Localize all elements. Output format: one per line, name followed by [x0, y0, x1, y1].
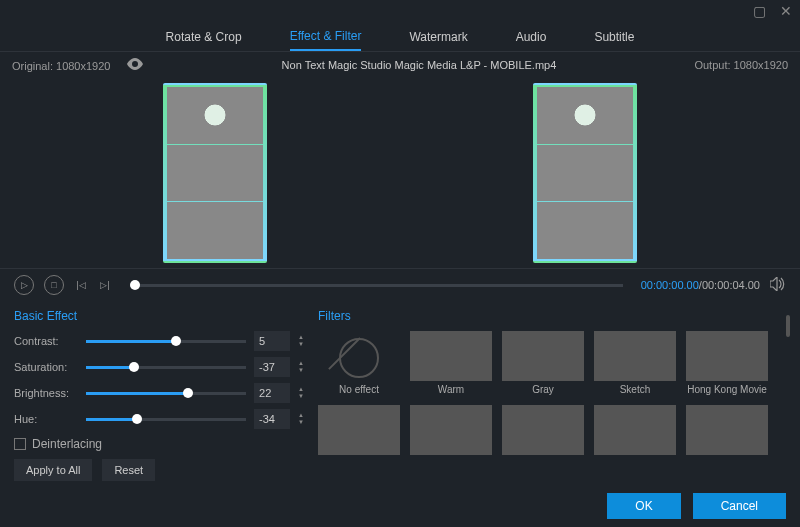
preview-area [0, 78, 800, 268]
slider-3[interactable] [86, 418, 246, 421]
slider-value-3[interactable]: -34 [254, 409, 290, 429]
basic-effect-title: Basic Effect [14, 309, 304, 323]
slider-1[interactable] [86, 366, 246, 369]
ok-button[interactable]: OK [607, 493, 680, 519]
slider-label-0: Contrast: [14, 335, 78, 347]
stop-button[interactable]: □ [44, 275, 64, 295]
slider-2[interactable] [86, 392, 246, 395]
tab-audio[interactable]: Audio [516, 24, 547, 50]
filter-label: Hong Kong Movie [687, 384, 767, 395]
filter-row2-0[interactable] [318, 405, 400, 455]
filters-scrollbar[interactable] [786, 315, 790, 337]
minimize-icon[interactable]: ▢ [753, 3, 766, 19]
deinterlacing-label: Deinterlacing [32, 437, 102, 451]
slider-value-0[interactable]: 5 [254, 331, 290, 351]
slider-value-1[interactable]: -37 [254, 357, 290, 377]
preview-output [533, 83, 637, 263]
filter-noeffect[interactable] [339, 338, 379, 378]
filter-row2-1[interactable] [410, 405, 492, 455]
filter-label: Warm [438, 384, 464, 395]
tab-watermark[interactable]: Watermark [409, 24, 467, 50]
filter-hong-kong-movie[interactable] [686, 331, 768, 381]
filter-label: Sketch [620, 384, 651, 395]
original-resolution: Original: 1080x1920 [12, 60, 110, 72]
eye-icon[interactable] [126, 58, 144, 72]
filter-gray[interactable] [502, 331, 584, 381]
next-frame-button[interactable]: ▷| [98, 275, 112, 295]
prev-frame-button[interactable]: |◁ [74, 275, 88, 295]
tab-subtitle[interactable]: Subtitle [594, 24, 634, 50]
spin-down-1[interactable]: ▼ [298, 367, 304, 374]
apply-all-button[interactable]: Apply to All [14, 459, 92, 481]
filter-label: Gray [532, 384, 554, 395]
output-resolution: Output: 1080x1920 [694, 59, 788, 71]
filter-sketch[interactable] [594, 331, 676, 381]
filter-noeffect-label: No effect [339, 384, 379, 395]
filter-row2-3[interactable] [594, 405, 676, 455]
spin-down-2[interactable]: ▼ [298, 393, 304, 400]
timeline[interactable] [130, 284, 623, 287]
filter-row2-2[interactable] [502, 405, 584, 455]
deinterlacing-checkbox[interactable] [14, 438, 26, 450]
filter-row2-4[interactable] [686, 405, 768, 455]
spin-up-2[interactable]: ▲ [298, 386, 304, 393]
tabs: Rotate & Crop Effect & Filter Watermark … [0, 22, 800, 52]
spin-down-3[interactable]: ▼ [298, 419, 304, 426]
time-display: 00:00:00.00/00:00:04.00 [641, 279, 760, 291]
play-button[interactable]: ▷ [14, 275, 34, 295]
spin-up-3[interactable]: ▲ [298, 412, 304, 419]
cancel-button[interactable]: Cancel [693, 493, 786, 519]
slider-0[interactable] [86, 340, 246, 343]
slider-label-3: Hue: [14, 413, 78, 425]
filename: Non Text Magic Studio Magic Media L&P - … [144, 59, 695, 71]
slider-label-1: Saturation: [14, 361, 78, 373]
tab-effect-filter[interactable]: Effect & Filter [290, 23, 362, 51]
filters-title: Filters [318, 309, 786, 323]
slider-value-2[interactable]: 22 [254, 383, 290, 403]
spin-up-0[interactable]: ▲ [298, 334, 304, 341]
reset-button[interactable]: Reset [102, 459, 155, 481]
volume-icon[interactable] [770, 277, 786, 294]
close-icon[interactable]: ✕ [780, 3, 792, 19]
tab-rotate-crop[interactable]: Rotate & Crop [166, 24, 242, 50]
spin-up-1[interactable]: ▲ [298, 360, 304, 367]
preview-original [163, 83, 267, 263]
spin-down-0[interactable]: ▼ [298, 341, 304, 348]
slider-label-2: Brightness: [14, 387, 78, 399]
filter-warm[interactable] [410, 331, 492, 381]
